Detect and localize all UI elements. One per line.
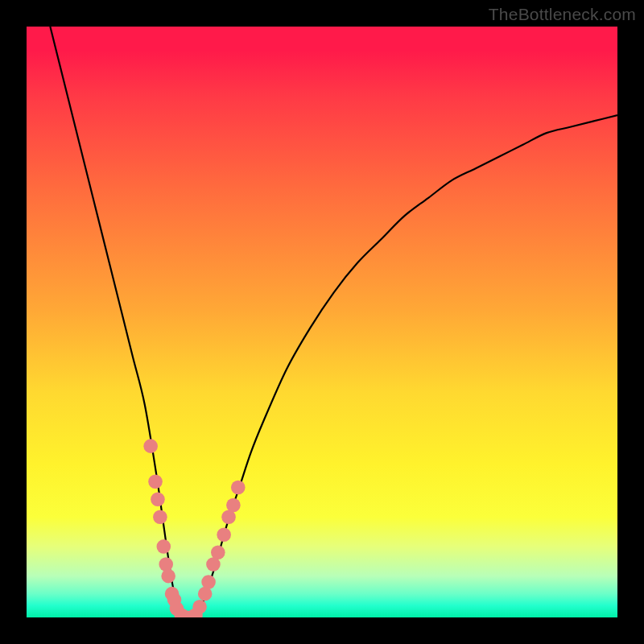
curve-layer	[27, 27, 617, 617]
highlight-dot	[153, 510, 167, 524]
highlight-dot	[161, 569, 175, 584]
highlight-dot	[226, 498, 241, 513]
highlight-dot	[143, 439, 158, 453]
highlight-dot	[201, 575, 216, 589]
watermark-text: TheBottleneck.com	[489, 5, 636, 24]
curve-path	[50, 27, 617, 617]
highlight-dots	[143, 439, 245, 617]
highlight-dot	[159, 557, 173, 572]
plot-area	[27, 27, 617, 617]
highlight-dot	[148, 474, 163, 489]
highlight-dot	[151, 492, 165, 506]
highlight-dot	[156, 539, 171, 554]
chart-frame: TheBottleneck.com	[0, 0, 644, 644]
highlight-dot	[231, 481, 246, 495]
bottleneck-curve	[50, 27, 617, 617]
highlight-dot	[211, 545, 225, 559]
highlight-dot	[217, 527, 231, 542]
highlight-dot	[192, 600, 207, 614]
